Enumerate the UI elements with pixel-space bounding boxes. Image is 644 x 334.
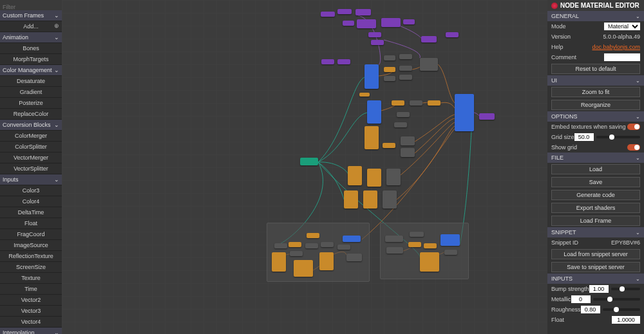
graph-node[interactable] [446, 32, 459, 37]
gridsize-input[interactable] [574, 133, 594, 141]
graph-node[interactable] [367, 100, 381, 124]
block-item-color3[interactable]: Color3 [0, 185, 62, 196]
graph-node[interactable] [290, 251, 303, 256]
graph-node[interactable] [384, 67, 395, 72]
block-item-vector3[interactable]: Vector3 [0, 306, 62, 317]
graph-node[interactable] [300, 158, 318, 165]
graph-node[interactable] [444, 250, 457, 255]
load-snippet-button[interactable]: Load from snippet server [551, 249, 640, 259]
block-item-color4[interactable]: Color4 [0, 196, 62, 207]
save-snippet-button[interactable]: Save to snippet server [551, 262, 640, 272]
category-interpolation[interactable]: Interpolation⌄ [0, 328, 62, 334]
graph-node[interactable] [321, 59, 334, 64]
graph-node[interactable] [401, 136, 415, 145]
graph-node[interactable] [399, 54, 412, 59]
bump-slider[interactable] [611, 288, 640, 290]
node-canvas[interactable] [62, 0, 547, 334]
reset-button[interactable]: Reset to default [551, 64, 640, 74]
block-item-gradient[interactable]: Gradient [0, 87, 62, 98]
graph-node[interactable] [384, 55, 395, 60]
graph-node[interactable] [365, 126, 379, 149]
graph-node[interactable] [357, 19, 376, 28]
block-item-time[interactable]: Time [0, 284, 62, 295]
graph-node[interactable] [386, 247, 403, 254]
graph-node[interactable] [289, 242, 301, 247]
graph-node[interactable] [424, 243, 437, 248]
graph-node[interactable] [386, 169, 401, 185]
graph-node[interactable] [337, 245, 350, 250]
block-item-replacecolor[interactable]: ReplaceColor [0, 109, 62, 120]
gridsize-slider[interactable] [596, 136, 640, 138]
graph-node[interactable] [397, 112, 410, 117]
metallic-slider[interactable] [593, 298, 640, 301]
embed-toggle[interactable] [627, 124, 640, 130]
graph-node[interactable] [343, 21, 354, 26]
graph-node[interactable] [359, 93, 370, 97]
graph-node[interactable] [408, 242, 421, 247]
graph-node[interactable] [421, 36, 437, 42]
block-item-deltatime[interactable]: DeltaTime [0, 207, 62, 218]
showgrid-toggle[interactable] [627, 144, 640, 151]
section-options[interactable]: OPTIONS⌄ [547, 111, 644, 122]
graph-node[interactable] [367, 169, 381, 187]
category-conversion-blocks[interactable]: Conversion Blocks⌄ [0, 120, 62, 131]
generate-code-button[interactable]: Generate code [551, 190, 640, 200]
graph-node[interactable] [294, 260, 313, 277]
graph-node[interactable] [392, 100, 404, 106]
graph-node[interactable] [305, 243, 318, 248]
graph-node[interactable] [420, 252, 439, 272]
graph-node[interactable] [363, 190, 377, 209]
graph-node[interactable] [384, 76, 395, 81]
rough-input[interactable] [581, 306, 600, 313]
block-item-vector2[interactable]: Vector2 [0, 295, 62, 306]
section-general[interactable]: GENERAL⌄ [547, 11, 644, 21]
block-item-desaturate[interactable]: Desaturate [0, 76, 62, 87]
graph-node[interactable] [272, 252, 286, 272]
category-custom-frames[interactable]: Custom Frames⌄ [0, 10, 62, 21]
section-snippet[interactable]: SNIPPET⌄ [547, 227, 644, 237]
graph-node[interactable] [479, 113, 495, 120]
graph-node[interactable] [343, 236, 361, 242]
rough-slider[interactable] [603, 308, 640, 311]
block-item-vectormerger[interactable]: VectorMerger [0, 153, 62, 163]
help-link[interactable]: doc.babylonjs.com [592, 44, 640, 50]
block-item-reflectiontexture[interactable]: ReflectionTexture [0, 251, 62, 262]
block-item-vector4[interactable]: Vector4 [0, 317, 62, 328]
graph-node[interactable] [371, 40, 384, 45]
metallic-input[interactable] [571, 295, 591, 303]
category-color-management[interactable]: Color Management⌄ [0, 65, 62, 76]
graph-node[interactable] [274, 243, 287, 248]
graph-node[interactable] [383, 143, 395, 148]
graph-node[interactable] [368, 32, 381, 37]
graph-node[interactable] [399, 75, 412, 80]
graph-node[interactable] [455, 94, 474, 131]
graph-node[interactable] [410, 100, 422, 106]
graph-node[interactable] [307, 233, 319, 238]
block-item-add[interactable]: Add... [0, 21, 62, 32]
float-input[interactable] [612, 316, 640, 324]
graph-node[interactable] [321, 12, 335, 17]
section-file[interactable]: FILE⌄ [547, 153, 644, 163]
graph-node[interactable] [321, 242, 334, 247]
graph-node[interactable] [344, 190, 358, 209]
category-animation[interactable]: Animation⌄ [0, 32, 62, 43]
graph-node[interactable] [355, 9, 371, 15]
graph-node[interactable] [403, 19, 415, 24]
graph-node[interactable] [410, 232, 424, 237]
graph-node[interactable] [420, 58, 438, 71]
mode-select[interactable]: Material [604, 23, 640, 30]
block-item-colormerger[interactable]: ColorMerger [0, 131, 62, 142]
section-ui[interactable]: UI⌄ [547, 75, 644, 86]
block-item-colorsplitter[interactable]: ColorSplitter [0, 142, 62, 153]
block-item-vectorsplitter[interactable]: VectorSplitter [0, 163, 62, 174]
reorganize-button[interactable]: Reorganize [551, 100, 640, 110]
block-item-imagesource[interactable]: ImageSource [0, 240, 62, 251]
graph-node[interactable] [337, 9, 352, 14]
block-item-screensize[interactable]: ScreenSize [0, 262, 62, 273]
graph-node[interactable] [381, 18, 401, 27]
block-item-bones[interactable]: Bones [0, 43, 62, 54]
graph-node[interactable] [383, 190, 397, 209]
graph-node[interactable] [319, 252, 334, 270]
zoom-fit-button[interactable]: Zoom to fit [551, 87, 640, 97]
graph-node[interactable] [401, 148, 415, 157]
